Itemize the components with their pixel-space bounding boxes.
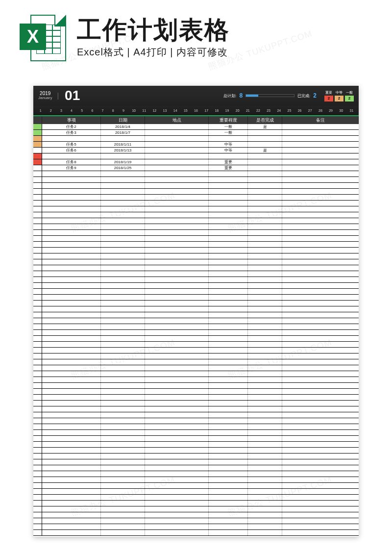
table-row[interactable] <box>33 471 359 477</box>
table-row[interactable] <box>33 253 359 259</box>
cell <box>42 218 101 224</box>
cell <box>145 406 209 412</box>
table-row[interactable] <box>33 365 359 371</box>
cell: 2018/1/7 <box>101 130 145 135</box>
cell <box>282 201 359 206</box>
day-number: 8 <box>108 109 118 112</box>
cell <box>282 430 359 435</box>
table-row[interactable] <box>33 318 359 324</box>
cell <box>101 177 145 182</box>
table-row[interactable] <box>33 389 359 395</box>
table-row[interactable] <box>33 248 359 253</box>
table-row[interactable] <box>33 153 359 159</box>
table-row[interactable] <box>33 353 359 359</box>
table-row[interactable] <box>33 242 359 248</box>
table-row[interactable] <box>33 206 359 212</box>
priority-color-chip <box>33 453 42 459</box>
table-row[interactable] <box>33 506 359 512</box>
table-row[interactable] <box>33 465 359 471</box>
table-row[interactable] <box>33 359 359 365</box>
table-row[interactable] <box>33 189 359 195</box>
table-row[interactable] <box>33 524 359 530</box>
table-row[interactable] <box>33 289 359 295</box>
table-row[interactable] <box>33 295 359 301</box>
table-row[interactable]: 任务92018/1/25重要 <box>33 165 359 171</box>
table-row[interactable] <box>33 224 359 230</box>
table-row[interactable] <box>33 218 359 224</box>
table-row[interactable] <box>33 424 359 430</box>
cell <box>145 442 209 447</box>
table-row[interactable] <box>33 406 359 412</box>
table-row[interactable] <box>33 277 359 283</box>
cell <box>145 124 209 129</box>
table-row[interactable] <box>33 477 359 483</box>
table-row[interactable] <box>33 459 359 465</box>
table-row[interactable] <box>33 483 359 489</box>
table-row[interactable] <box>33 136 359 142</box>
table-row[interactable] <box>33 195 359 201</box>
table-row[interactable] <box>33 283 359 289</box>
priority-color-chip <box>33 530 42 535</box>
table-row[interactable] <box>33 271 359 277</box>
day-number: 22 <box>253 109 263 112</box>
table-row[interactable] <box>33 324 359 330</box>
cell <box>248 459 282 465</box>
table-row[interactable] <box>33 301 359 306</box>
table-row[interactable]: 任务52018/1/11中等 <box>33 142 359 148</box>
table-row[interactable]: 任务82018/1/19重要 <box>33 159 359 165</box>
table-row[interactable] <box>33 336 359 342</box>
day-number: 31 <box>346 109 357 112</box>
table-row[interactable] <box>33 442 359 448</box>
table-row[interactable] <box>33 501 359 506</box>
table-row[interactable] <box>33 383 359 389</box>
table-row[interactable] <box>33 436 359 442</box>
table-row[interactable] <box>33 530 359 536</box>
table-row[interactable] <box>33 512 359 518</box>
cell <box>248 406 282 412</box>
table-row[interactable] <box>33 518 359 524</box>
table-row[interactable] <box>33 212 359 218</box>
table-row[interactable] <box>33 259 359 265</box>
table-row[interactable] <box>33 342 359 348</box>
cell <box>209 448 248 453</box>
cell <box>282 389 359 394</box>
cell <box>101 230 145 235</box>
table-row[interactable] <box>33 348 359 353</box>
table-row[interactable] <box>33 418 359 424</box>
table-row[interactable] <box>33 171 359 177</box>
table-row[interactable] <box>33 236 359 242</box>
cell <box>101 183 145 188</box>
cell <box>145 236 209 241</box>
table-row[interactable] <box>33 395 359 401</box>
table-row[interactable]: 任务22018/1/4一般是 <box>33 124 359 130</box>
table-row[interactable] <box>33 453 359 459</box>
table-row[interactable] <box>33 448 359 453</box>
cell <box>248 289 282 294</box>
table-row[interactable] <box>33 412 359 418</box>
table-row[interactable] <box>33 489 359 495</box>
table-row[interactable] <box>33 371 359 377</box>
cell <box>145 465 209 471</box>
table-row[interactable] <box>33 201 359 206</box>
banner: X 工作计划表格 Excel格式 | A4打印 | 内容可修改 <box>0 0 392 70</box>
table-row[interactable] <box>33 230 359 236</box>
cell <box>145 289 209 294</box>
table-row[interactable] <box>33 377 359 383</box>
table-row[interactable] <box>33 183 359 189</box>
table-row[interactable] <box>33 312 359 318</box>
table-row[interactable] <box>33 306 359 312</box>
table-row[interactable]: 任务32018/1/7一般 <box>33 130 359 136</box>
priority-color-chip <box>33 495 42 500</box>
cell: 任务2 <box>42 124 101 129</box>
table-row[interactable] <box>33 330 359 336</box>
table-row[interactable] <box>33 265 359 271</box>
table-row[interactable] <box>33 430 359 436</box>
table-row[interactable] <box>33 401 359 406</box>
table-row[interactable] <box>33 177 359 183</box>
priority-color-chip <box>33 177 42 182</box>
table-row[interactable] <box>33 495 359 501</box>
cell <box>248 242 282 247</box>
cell <box>101 277 145 282</box>
table-row[interactable]: 任务62018/1/13中等是 <box>33 148 359 153</box>
cell <box>282 330 359 335</box>
